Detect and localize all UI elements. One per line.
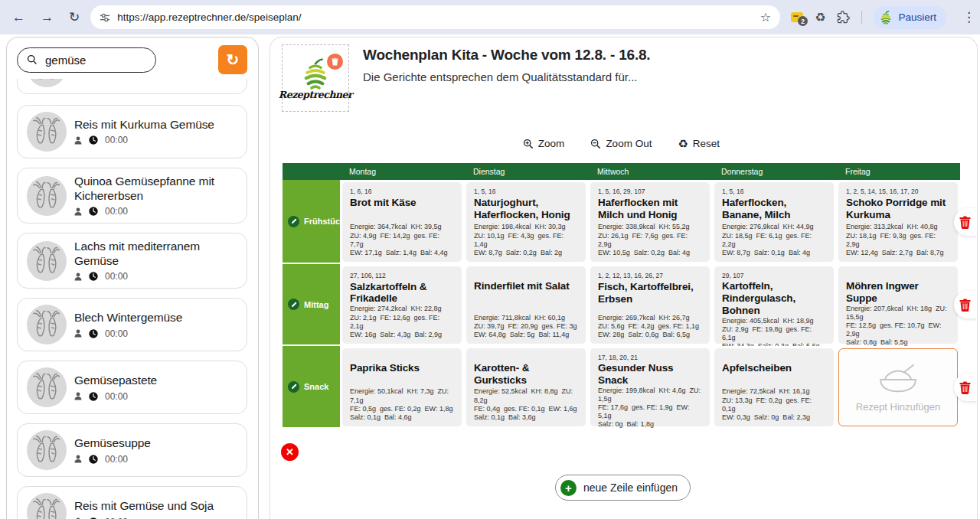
bookmark-star-icon[interactable]: ☆ (760, 10, 771, 24)
logo-text: Rezeptrechner (279, 89, 352, 100)
profile-label: Pausiert (898, 11, 936, 23)
add-row-button[interactable]: + neue Zeile einfügen (555, 475, 691, 501)
day-header: Montag (340, 163, 464, 180)
recipe-card[interactable]: Gemüsesuppe00:00 (17, 423, 247, 477)
url-text[interactable]: https://app.rezeptrechner.de/speiseplan/ (117, 11, 753, 23)
recipe-card[interactable]: Gemüsepastete00:00 (17, 361, 247, 414)
zoom-in-button[interactable]: Zoom (523, 138, 565, 149)
extensions-puzzle-icon[interactable] (837, 11, 850, 24)
nutrition-info: Energie: 364,7kcal KH: 39,5g ZU: 4,9g FE… (350, 223, 454, 257)
nutrition-info: Energie: 711,8kcal KH: 60,1g ZU: 39,7g F… (474, 314, 578, 339)
recipe-title: Blech Wintergemüse (74, 311, 182, 325)
cell-recipe-title: Möhren Ingwer Suppe (846, 280, 950, 305)
allergen-codes: 1, 5, 16 (474, 188, 578, 195)
remove-logo-button[interactable] (327, 54, 343, 70)
url-bar[interactable]: https://app.rezeptrechner.de/speiseplan/… (90, 5, 780, 29)
recipe-cell[interactable]: 1, 6, 16Brot mit KäseEnergie: 364,7kcal … (342, 182, 462, 262)
profile-pill[interactable]: Pausiert (874, 6, 946, 29)
recipe-sidebar: ↻ Reis mit Kurkuma Gemüse00:00Quinoa Gem… (6, 37, 259, 519)
delete-row-breakfast-button[interactable] (954, 208, 977, 236)
person-icon (74, 207, 82, 216)
recipe-card[interactable]: Quinoa Gemüsepfanne mit Kichererbsen00:0… (17, 168, 247, 224)
delete-row-snack-button[interactable] (954, 374, 977, 401)
day-header: Freitag (836, 163, 960, 180)
allergen-codes: 1, 6, 16 (350, 188, 454, 195)
site-settings-icon[interactable] (100, 12, 110, 23)
clock-icon (89, 135, 98, 145)
row-label[interactable]: Mittag (283, 264, 340, 346)
clock-icon (89, 207, 98, 216)
add-recipe-slot[interactable]: Rezept Hinzufügen (838, 348, 958, 426)
recipe-card[interactable]: Blech Wintergemüse00:00 (17, 298, 247, 351)
plan-cell[interactable]: 1, 2, 12, 13, 16, 26, 27Fisch, Kartoffel… (588, 264, 712, 346)
recipe-cell[interactable]: Möhren Ingwer SuppeEnergie: 207,6kcal KH… (838, 266, 958, 344)
nutrition-info: Energie: 274,2kcal KH: 22,8g ZU: 2,1g FE… (350, 305, 454, 339)
allergen-codes: 1, 2, 12, 13, 16, 26, 27 (598, 272, 702, 279)
cell-recipe-title: Haferflocken, Banane, Milch (722, 197, 826, 221)
plan-cell[interactable]: 27, 106, 112Salzkartoffeln & FrikadelleE… (340, 264, 464, 346)
clock-icon (89, 272, 98, 281)
recipe-cell[interactable]: 1, 2, 12, 13, 16, 26, 27Fisch, Kartoffel… (590, 266, 710, 344)
plan-grid-corner (283, 163, 340, 180)
recipe-cell[interactable]: Paprika SticksEnergie: 50,1kcal KH: 7,3g… (342, 348, 462, 426)
plan-cell[interactable]: 1, 6, 16Brot mit KäseEnergie: 364,7kcal … (340, 180, 464, 264)
plan-cell[interactable]: ApfelscheibenEnergie: 72,5kcal KH: 16,1g… (712, 346, 836, 429)
back-icon[interactable]: ← (12, 11, 25, 24)
nutrition-info: Energie: 50,1kcal KH: 7,3g ZU: 7,1g FE: … (350, 387, 454, 422)
extension-icon-recycle[interactable]: ♻ (815, 11, 825, 24)
recipe-card[interactable]: Reis mit Gemüse und Soja00:00 (17, 486, 247, 519)
recipe-title: Gemüsepastete (74, 374, 157, 388)
close-plan-button[interactable]: ✕ (281, 443, 299, 461)
plan-cell[interactable]: Rinderfilet mit SalatEnergie: 711,8kcal … (464, 264, 588, 346)
person-icon (74, 455, 82, 463)
plan-cell[interactable]: Möhren Ingwer SuppeEnergie: 207,6kcal KH… (836, 264, 960, 346)
recipe-card[interactable]: Lachs mit mediterranem Gemüse00:00 (17, 233, 247, 289)
plan-cell[interactable]: 17, 18, 20, 21Gesunder Nuss SnackEnergie… (588, 346, 712, 429)
plan-title[interactable]: Wochenplan Kita - Woche vom 12.8. - 16.8… (363, 47, 650, 64)
recipe-cell[interactable]: 1, 5, 16Naturjoghurt, Haferflocken, Honi… (466, 182, 586, 262)
forward-icon[interactable]: → (41, 11, 54, 24)
scrolled-recipe-card[interactable] (17, 79, 247, 94)
row-label[interactable]: Snack (283, 346, 340, 429)
recipe-cell[interactable]: 1, 5, 16Haferflocken, Banane, MilchEnerg… (714, 182, 834, 262)
plan-cell[interactable]: 1, 5, 16Haferflocken, Banane, MilchEnerg… (712, 180, 836, 264)
search-input[interactable] (44, 53, 139, 67)
plan-cell[interactable]: 29, 107Kartoffeln, Rindergulasch, Bohnen… (712, 264, 836, 346)
plan-cell[interactable]: Rezept Hinzufügen (836, 346, 960, 429)
extension-icon-yellow[interactable]: 2 (791, 12, 803, 22)
nutrition-info: Energie: 313,2kcal KH: 40,8g ZU: 18,1g F… (846, 223, 950, 257)
plan-cell[interactable]: 1, 5, 16, 29, 107Haferflocken mit Milch … (588, 180, 712, 264)
recipe-cell[interactable]: ApfelscheibenEnergie: 72,5kcal KH: 16,1g… (714, 348, 834, 426)
nutrition-info: Energie: 198,4kcal KH: 30,3g ZU: 10,1g F… (474, 223, 578, 257)
recipe-search[interactable] (17, 47, 156, 73)
plan-cell[interactable]: 1, 5, 16Naturjoghurt, Haferflocken, Honi… (464, 180, 588, 264)
allergen-codes: 1, 5, 16, 29, 107 (598, 188, 702, 195)
browser-menu-icon[interactable]: ⋮ (958, 9, 980, 25)
recipe-cell[interactable]: Karotten- & GurksticksEnergie: 52,5kcal … (466, 348, 586, 426)
recipe-cell[interactable]: 17, 18, 20, 21Gesunder Nuss SnackEnergie… (590, 348, 710, 426)
recipe-title: Gemüsesuppe (74, 436, 151, 451)
reset-button[interactable]: ♻ Reset (678, 138, 720, 149)
zoom-out-button[interactable]: Zoom Out (590, 138, 652, 149)
recipe-card[interactable]: Reis mit Kurkuma Gemüse00:00 (17, 105, 247, 158)
recipe-cell[interactable]: 1, 2, 5, 14, 15, 16, 17, 20Schoko Porrid… (838, 182, 958, 262)
carrot-avatar-icon (27, 367, 67, 407)
carrot-avatar-icon (27, 493, 67, 519)
plan-cell[interactable]: Paprika SticksEnergie: 50,1kcal KH: 7,3g… (340, 346, 464, 429)
cell-recipe-title: Kartoffeln, Rindergulasch, Bohnen (722, 280, 826, 317)
plan-subtitle[interactable]: Die Gerichte entsprechen dem Qualitätsst… (363, 70, 650, 83)
recipe-cell[interactable]: Rinderfilet mit SalatEnergie: 711,8kcal … (466, 266, 586, 344)
recipe-title: Lachs mit mediterranem Gemüse (74, 240, 239, 268)
bowl-icon (874, 363, 922, 395)
cell-recipe-title: Salzkartoffeln & Frikadelle (350, 281, 454, 305)
recipe-cell[interactable]: 29, 107Kartoffeln, Rindergulasch, Bohnen… (714, 266, 834, 344)
row-label[interactable]: Frühstück (283, 180, 340, 264)
plan-cell[interactable]: Karotten- & GurksticksEnergie: 52,5kcal … (464, 346, 588, 429)
delete-row-lunch-button[interactable] (954, 291, 977, 318)
refresh-recipes-button[interactable]: ↻ (218, 45, 247, 74)
recipe-cell[interactable]: 27, 106, 112Salzkartoffeln & FrikadelleE… (342, 266, 462, 344)
recipe-cell[interactable]: 1, 5, 16, 29, 107Haferflocken mit Milch … (590, 182, 710, 262)
plan-logo-box[interactable]: Rezeptrechner (282, 44, 349, 112)
plan-cell[interactable]: 1, 2, 5, 14, 15, 16, 17, 20Schoko Porrid… (836, 180, 960, 264)
reload-icon[interactable]: ↻ (69, 11, 80, 24)
